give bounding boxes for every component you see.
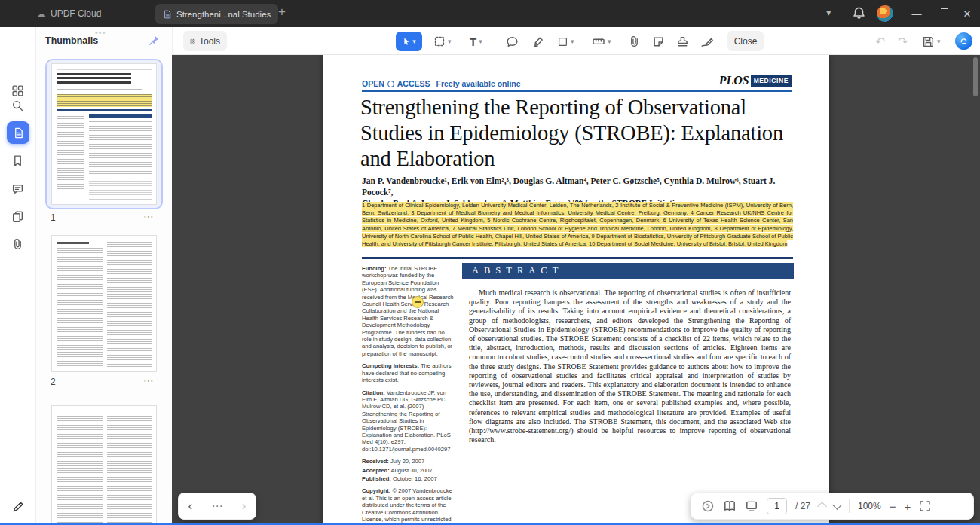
accepted-section: Accepted: August 30, 2007	[362, 467, 455, 474]
thumb-texture	[57, 94, 152, 107]
thumb-texture	[89, 179, 152, 200]
page-nav-pill: ‹ ⋯ ›	[178, 493, 256, 520]
pen-tool-icon[interactable]	[11, 500, 25, 514]
sidebar-item-thumbnails[interactable]	[7, 121, 29, 144]
vertical-scrollbar-thumb[interactable]	[973, 57, 978, 96]
thumb-texture	[57, 73, 131, 84]
stamp-tool-button[interactable]	[676, 32, 689, 51]
chevron-down-icon: ▾	[479, 38, 482, 45]
citation-section: Citation: Vandenbroucke JP, von Elm E, A…	[362, 389, 455, 453]
tools-button[interactable]: Tools	[183, 31, 227, 51]
pages-icon[interactable]	[11, 210, 25, 224]
minimize-button[interactable]: —	[905, 0, 928, 27]
section-label: Received:	[362, 458, 389, 465]
signature-tool-button[interactable]	[700, 32, 714, 51]
fit-screen-icon[interactable]	[919, 500, 931, 512]
zoom-out-button[interactable]: −	[890, 500, 896, 513]
section-label: Accepted:	[362, 467, 390, 474]
thumbnail-page-2[interactable]	[51, 235, 157, 372]
section-label: Funding:	[362, 265, 386, 272]
plos-logo-text: PLOS	[719, 74, 749, 87]
chevron-down-icon: ▾	[608, 38, 611, 45]
apps-grid-icon[interactable]	[11, 84, 25, 98]
section-label: Citation:	[362, 389, 385, 396]
tab-document[interactable]: Strengtheni...nal Studies	[155, 4, 278, 24]
user-avatar[interactable]	[877, 5, 893, 22]
thumb-texture	[57, 69, 152, 70]
speech-bubble-icon	[506, 35, 519, 48]
section-text: July 20, 2007	[390, 458, 424, 465]
medicine-logo-text: MEDICINE	[751, 75, 792, 87]
abstract-text: Much medical research is observational. …	[462, 288, 794, 444]
tab-document-label: Strengtheni...nal Studies	[176, 10, 271, 19]
competing-interests-section: Competing Interests: The authors have de…	[362, 362, 455, 383]
collapse-bar-icon[interactable]	[701, 499, 715, 513]
save-button[interactable]: ▾	[922, 32, 941, 51]
pin-icon[interactable]	[149, 35, 160, 46]
thumb-texture	[57, 87, 142, 91]
undo-button[interactable]: ↶	[875, 32, 885, 51]
attachment-paperclip-icon[interactable]	[11, 238, 25, 252]
chevron-down-icon: ▾	[937, 38, 941, 45]
highlighted-affiliations: 1 Department of Clinical Epidemiology, L…	[362, 202, 793, 247]
thumbnail-page-3[interactable]	[51, 405, 157, 525]
measure-tool-button[interactable]: ▾	[592, 32, 611, 51]
sticker-icon	[652, 35, 665, 48]
new-tab-button[interactable]: +	[278, 5, 286, 20]
shapes-tool-button[interactable]: ▾	[433, 32, 452, 51]
ai-assistant-button[interactable]	[955, 32, 972, 50]
tools-grid-icon	[190, 36, 195, 47]
page-number-input[interactable]	[767, 498, 787, 514]
next-page-icon[interactable]	[832, 500, 842, 510]
save-disk-icon	[922, 35, 935, 48]
highlighter-tool-button[interactable]	[531, 32, 544, 51]
view-controls-pill: / 27 100% − +	[691, 493, 974, 520]
close-tools-button[interactable]: Close	[727, 31, 764, 51]
section-rule	[362, 257, 793, 259]
prev-arrow-icon[interactable]: ‹	[188, 499, 193, 514]
comments-icon[interactable]	[11, 182, 25, 196]
select-tool-button[interactable]: ▾	[396, 32, 422, 51]
titlebar-chevron-down-icon[interactable]: ▾	[826, 7, 831, 18]
sticker-tool-button[interactable]	[652, 32, 665, 51]
divider	[849, 499, 850, 513]
zoom-level-label[interactable]: 100%	[858, 501, 881, 511]
restore-icon	[939, 11, 945, 17]
chevron-down-icon: ▾	[448, 38, 452, 45]
previous-page-icon[interactable]	[817, 502, 827, 511]
left-rail	[0, 27, 36, 525]
redo-button[interactable]: ↷	[898, 32, 908, 51]
rectangle-tool-button[interactable]: ▾	[557, 32, 574, 51]
annotation-marker[interactable]	[412, 296, 424, 308]
comment-tool-button[interactable]	[506, 32, 519, 51]
text-tool-button[interactable]: T ▾	[470, 32, 482, 51]
restore-button[interactable]	[930, 0, 953, 27]
section-text: August 30, 2007	[390, 467, 432, 474]
tab-updf-cloud-label: UPDF Cloud	[51, 8, 101, 19]
tab-updf-cloud[interactable]: ☁ UPDF Cloud	[36, 0, 101, 27]
paperclip-icon	[628, 35, 641, 48]
dashed-square-icon	[433, 35, 446, 47]
close-window-button[interactable]: ✕	[956, 0, 978, 27]
next-arrow-icon[interactable]: ›	[242, 499, 247, 514]
bookmark-icon[interactable]	[11, 154, 25, 168]
thumbnail-menu-icon[interactable]: ⋯	[143, 374, 154, 386]
received-section: Received: July 20, 2007	[362, 458, 455, 465]
header-rule	[362, 90, 792, 92]
zoom-in-button[interactable]: +	[904, 500, 911, 513]
attach-file-tool-button[interactable]	[628, 32, 641, 51]
document-canvas[interactable]: OPEN ACCESS Freely available online PLOS…	[172, 55, 980, 525]
page-total-label: / 27	[795, 501, 810, 511]
drag-handle-icon[interactable]: •••	[95, 28, 106, 37]
thumb-texture	[107, 414, 152, 523]
thumbnail-page-1[interactable]	[51, 63, 157, 205]
display-mode-icon[interactable]	[745, 499, 758, 513]
reading-mode-icon[interactable]	[723, 499, 737, 513]
section-text: October 16, 2007	[393, 475, 437, 482]
more-options-icon[interactable]: ⋯	[212, 499, 223, 513]
search-icon[interactable]	[11, 99, 25, 113]
notifications-bell-icon[interactable]	[852, 6, 866, 20]
thumbnail-menu-icon[interactable]: ⋯	[143, 210, 154, 222]
article-header: OPEN ACCESS Freely available online PLOS…	[362, 76, 792, 90]
thumb-texture	[89, 114, 152, 118]
